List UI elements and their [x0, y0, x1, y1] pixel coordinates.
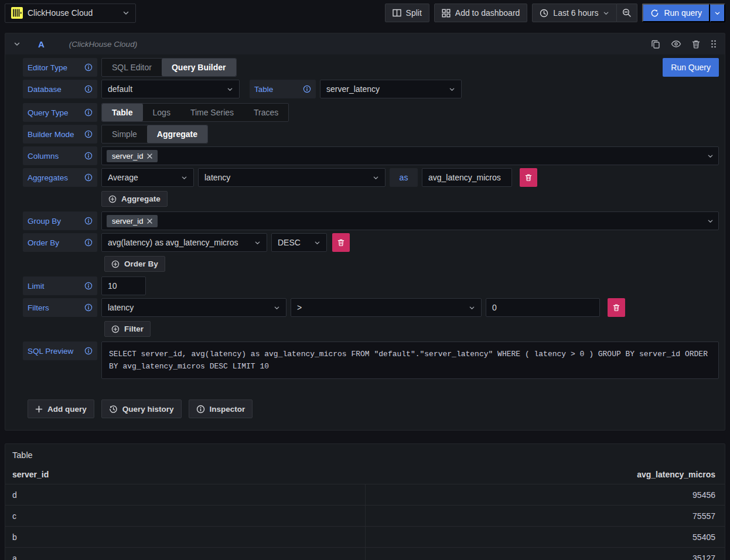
info-icon[interactable] [84, 63, 93, 71]
split-button[interactable]: Split [385, 4, 429, 22]
info-icon[interactable] [84, 85, 93, 93]
add-aggregate-button[interactable]: Aggregate [101, 191, 168, 207]
query-type-option-table[interactable]: Table [102, 104, 143, 121]
query-type-option-traces[interactable]: Traces [244, 104, 288, 121]
table-row[interactable]: c 75557 [5, 505, 725, 526]
duplicate-query-icon[interactable] [651, 39, 660, 49]
group-by-multiselect[interactable]: server_id [101, 211, 719, 230]
query-footer-actions: Add query Query history Inspector [23, 382, 719, 424]
remove-aggregate-button[interactable] [520, 168, 537, 187]
info-icon[interactable] [84, 130, 93, 138]
add-filter-button[interactable]: Filter [104, 321, 151, 337]
builder-mode-option-aggregate[interactable]: Aggregate [147, 125, 207, 143]
add-to-dashboard-button[interactable]: Add to dashboard [434, 4, 528, 22]
table-row[interactable]: b 55405 [5, 526, 725, 547]
chevron-down-icon [227, 86, 233, 93]
info-icon[interactable] [84, 347, 93, 355]
editor-type-row: Editor Type SQL Editor Query Builder Run… [23, 58, 719, 77]
trash-icon [613, 303, 620, 312]
database-table-row: Database default Table server_latency [23, 80, 719, 98]
table-row[interactable]: d 95456 [5, 484, 725, 505]
query-type-row: Query Type Table Logs Time Series Traces [23, 103, 719, 122]
run-query-button[interactable]: Run query [642, 4, 710, 22]
editor-type-option-sql-editor[interactable]: SQL Editor [102, 59, 162, 76]
aggregates-row: Aggregates Average latency as [23, 168, 719, 187]
time-range-picker[interactable]: Last 6 hours [532, 4, 617, 22]
info-icon[interactable] [84, 217, 93, 225]
filter-column-select[interactable]: latency [101, 298, 286, 317]
column-header-avg-latency-micros[interactable]: avg_latency_micros [365, 470, 725, 479]
query-type-radio-group: Table Logs Time Series Traces [101, 103, 289, 122]
sync-icon [650, 9, 659, 18]
filter-value-input[interactable] [486, 298, 600, 317]
database-select[interactable]: default [101, 80, 240, 98]
order-by-expression-select[interactable]: avg(latency) as avg_latency_micros [101, 233, 267, 252]
order-by-row: Order By avg(latency) as avg_latency_mic… [23, 233, 719, 252]
info-icon[interactable] [84, 152, 93, 160]
datasource-picker[interactable]: ClickHouse Cloud [5, 4, 136, 23]
panel-run-query-button[interactable]: Run Query [663, 58, 719, 77]
toolbar-actions: Split Add to dashboard Last 6 hours Run … [385, 4, 725, 22]
query-type-label: Query Type [23, 103, 97, 122]
columns-multiselect[interactable]: server_id [101, 146, 719, 165]
chevron-down-icon [254, 240, 261, 246]
chevron-down-icon [181, 175, 187, 181]
info-icon[interactable] [303, 85, 311, 93]
collapse-chevron-icon[interactable] [13, 40, 21, 47]
plus-circle-icon [111, 260, 120, 268]
limit-input[interactable] [101, 276, 146, 295]
chevron-down-icon [707, 153, 714, 159]
query-ref-id: A [38, 39, 45, 49]
editor-type-option-query-builder[interactable]: Query Builder [162, 59, 236, 76]
query-row-header[interactable]: A (ClickHouse Cloud) [5, 33, 725, 54]
filter-operator-select[interactable]: > [291, 298, 482, 317]
run-query-dropdown[interactable] [710, 4, 725, 22]
aggregate-alias-input[interactable] [422, 168, 512, 187]
info-icon[interactable] [84, 303, 93, 312]
group-by-chip-server-id: server_id [107, 215, 158, 227]
zoom-out-icon [622, 8, 632, 18]
plus-icon [35, 405, 43, 413]
drag-handle-icon[interactable] [711, 39, 717, 49]
inspector-button[interactable]: Inspector [189, 399, 253, 418]
info-icon[interactable] [84, 173, 93, 182]
query-type-option-logs[interactable]: Logs [143, 104, 180, 121]
builder-mode-label: Builder Mode [23, 125, 97, 144]
add-query-button[interactable]: Add query [28, 399, 94, 418]
builder-mode-option-simple[interactable]: Simple [102, 125, 147, 143]
aggregate-column-select[interactable]: latency [198, 168, 386, 187]
clickhouse-logo-icon [11, 7, 23, 19]
add-order-by-button[interactable]: Order By [104, 256, 165, 272]
editor-type-radio-group: SQL Editor Query Builder [101, 58, 237, 77]
columns-row: Columns server_id [23, 146, 719, 165]
zoom-out-time-button[interactable] [617, 4, 637, 22]
add-order-by-row: Order By [23, 256, 719, 272]
results-table: server_id avg_latency_micros d 95456 c 7… [5, 465, 725, 560]
datasource-name: ClickHouse Cloud [28, 8, 118, 18]
remove-chip-icon[interactable] [147, 153, 152, 159]
order-by-direction-select[interactable]: DESC [271, 233, 327, 252]
info-icon[interactable] [84, 108, 93, 117]
table-row[interactable]: a 35127 [5, 547, 725, 560]
remove-filter-button[interactable] [608, 298, 625, 317]
editor-type-label: Editor Type [23, 58, 97, 77]
aggregate-function-select[interactable]: Average [101, 168, 194, 187]
info-icon[interactable] [84, 238, 93, 247]
remove-chip-icon[interactable] [147, 218, 152, 224]
chevron-down-icon [469, 305, 475, 311]
column-header-server-id[interactable]: server_id [5, 470, 365, 479]
remove-order-by-button[interactable] [332, 233, 350, 252]
query-datasource-hint: (ClickHouse Cloud) [69, 40, 137, 49]
table-select[interactable]: server_latency [320, 80, 462, 98]
query-type-option-time-series[interactable]: Time Series [180, 104, 244, 121]
info-icon[interactable] [84, 282, 93, 290]
sql-preview-row: SQL Preview SELECT server_id, avg(latenc… [23, 342, 719, 379]
aggregates-label: Aggregates [23, 168, 97, 187]
dashboard-grid-icon [442, 9, 451, 18]
trash-icon [337, 238, 344, 247]
chevron-down-icon [449, 86, 455, 93]
hide-query-eye-icon[interactable] [671, 40, 681, 48]
delete-query-trash-icon[interactable] [692, 40, 700, 49]
query-history-button[interactable]: Query history [101, 399, 182, 418]
table-header-row: server_id avg_latency_micros [5, 465, 725, 484]
